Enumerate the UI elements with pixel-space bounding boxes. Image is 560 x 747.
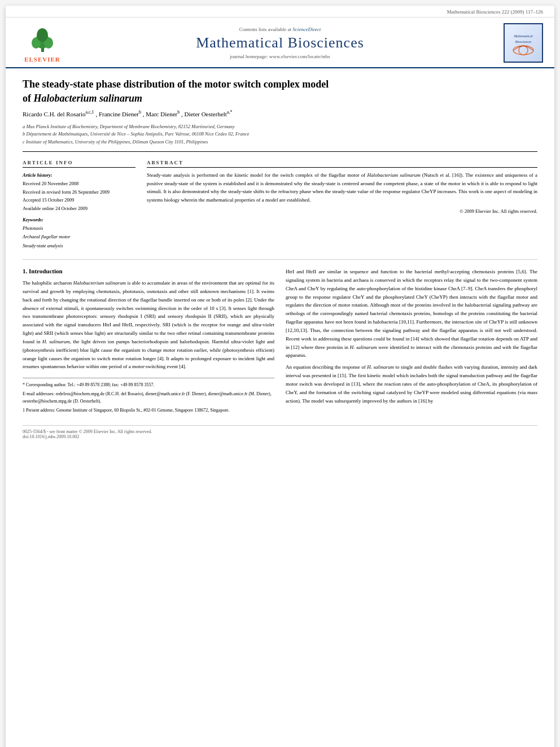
author3-name: , Marc Diener — [143, 111, 177, 117]
article-content: The steady-state phase distribution of t… — [6, 68, 554, 451]
sciencedirect-link[interactable]: ScienceDirect — [292, 27, 321, 32]
bottom-bar: 0025-5564/$ - see front matter © 2009 El… — [23, 425, 537, 439]
elsevier-label: ELSEVIER — [24, 56, 60, 63]
footnote-email: E-mail addresses: redelros@biochem.mpg.d… — [23, 391, 274, 405]
svg-text:Biosciences: Biosciences — [515, 40, 531, 43]
journal-reference: Mathematical Biosciences 222 (2009) 117–… — [447, 9, 543, 15]
email-text: E-mail addresses: redelros@biochem.mpg.d… — [23, 391, 272, 404]
author1-sup: a,c,1 — [86, 110, 94, 115]
journal-homepage: journal homepage: www.elsevier.com/locat… — [68, 54, 492, 59]
elsevier-logo: ELSEVIER — [17, 24, 68, 63]
received-revised-date: Received in revised form 26 September 20… — [23, 188, 135, 196]
abstract-body: Steady-state analysis is performed on th… — [147, 172, 537, 202]
keyword-2: Archaeal flagellar motor — [23, 233, 135, 241]
intro-para-1: The halophilic archaeon Halobacterium sa… — [23, 279, 274, 371]
journal-logo-icon: Mathematical Biosciences — [508, 30, 539, 56]
authors-line: Ricardo C.H. del Rosarioa,c,1 , Francine… — [23, 109, 537, 119]
journal-title: Mathematical Biosciences — [68, 34, 492, 51]
article-info-abstract: ARTICLE INFO Article history: Received 2… — [23, 160, 537, 250]
sciencedirect-line: Contents lists available at ScienceDirec… — [68, 27, 492, 32]
keyword-3: Steady-state analysis — [23, 242, 135, 250]
intro-para-right-1: HtrI and HtrII are similar in sequence a… — [286, 268, 537, 405]
author1-name: Ricardo C.H. del Rosario — [23, 111, 86, 117]
keywords-list: Phototaxis Archaeal flagellar motor Stea… — [23, 224, 135, 250]
copyright-notice: © 2009 Elsevier Inc. All rights reserved… — [147, 208, 537, 214]
author2-name: , Francine Diener — [95, 111, 139, 117]
affil-b: b Département de Mathématiques, Universi… — [23, 130, 537, 138]
body-col-right: HtrI and HtrII are similar in sequence a… — [286, 268, 537, 416]
abstract-heading: ABSTRACT — [147, 160, 537, 168]
doi-line-2: doi:10.1016/j.mbs.2009.10.002 — [23, 434, 537, 439]
keywords-label: Keywords: — [23, 217, 135, 222]
abstract-text: Steady-state analysis is performed on th… — [147, 171, 537, 204]
affil-c: c Institute of Mathematics, University o… — [23, 138, 537, 146]
author3-sup: b — [177, 110, 180, 115]
elsevier-tree-icon — [27, 24, 58, 55]
doi-line-1: 0025-5564/$ - see front matter © 2009 El… — [23, 429, 537, 434]
svg-point-7 — [513, 46, 533, 55]
svg-point-4 — [37, 28, 48, 42]
svg-text:Mathematical: Mathematical — [513, 34, 533, 38]
journal-reference-bar: Mathematical Biosciences 222 (2009) 117–… — [6, 6, 554, 18]
page: Mathematical Biosciences 222 (2009) 117–… — [6, 6, 554, 747]
keyword-1: Phototaxis — [23, 224, 135, 233]
accepted-date: Accepted 15 October 2009 — [23, 196, 135, 204]
journal-logo-box: Mathematical Biosciences — [504, 23, 543, 63]
affiliations: a Max Planck Institute of Biochemistry, … — [23, 123, 537, 146]
journal-logo-right: Mathematical Biosciences — [492, 23, 543, 63]
author4-name: , Dieter Oesterhelt — [181, 111, 227, 117]
body-columns: 1. Introduction The halophilic archaeon … — [23, 259, 537, 416]
article-title: The steady-state phase distribution of t… — [23, 77, 537, 106]
journal-title-area: Contents lists available at ScienceDirec… — [68, 27, 492, 59]
footnotes: * Corresponding author. Tel.: +49 89 857… — [23, 378, 274, 414]
available-date: Available online 24 October 2009 — [23, 204, 135, 212]
journal-header: ELSEVIER Contents lists available at Sci… — [6, 18, 554, 68]
received-date: Received 20 November 2008 — [23, 180, 135, 187]
article-info-col: ARTICLE INFO Article history: Received 2… — [23, 160, 135, 250]
affil-a: a Max Planck Institute of Biochemistry, … — [23, 123, 537, 131]
footnote-star: * Corresponding author. Tel.: +49 89 857… — [23, 382, 274, 389]
article-info-heading: ARTICLE INFO — [23, 160, 135, 168]
article-title-section: The steady-state phase distribution of t… — [23, 77, 537, 152]
author2-sup: b — [139, 110, 141, 115]
footnote-1: 1 Present address: Genome Institute of S… — [23, 407, 274, 414]
body-col-left: 1. Introduction The halophilic archaeon … — [23, 268, 274, 416]
svg-point-8 — [519, 46, 528, 55]
article-history-label: Article history: — [23, 172, 135, 178]
author4-sup: a,* — [227, 110, 233, 115]
abstract-col: ABSTRACT Steady-state analysis is perfor… — [147, 160, 537, 250]
section-1-title: 1. Introduction — [23, 268, 274, 274]
